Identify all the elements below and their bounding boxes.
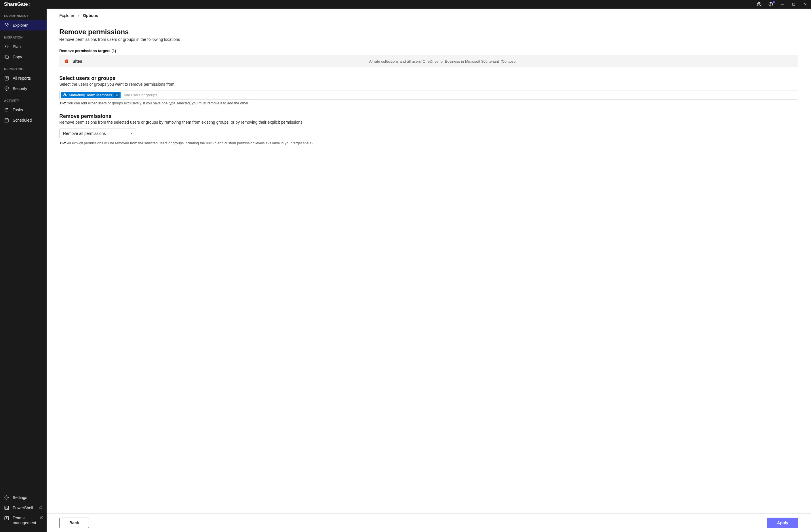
svg-point-10 bbox=[6, 26, 7, 27]
notification-dot bbox=[773, 1, 775, 3]
breadcrumb: Explorer Options bbox=[47, 9, 811, 22]
breadcrumb-current: Options bbox=[83, 13, 98, 18]
svg-point-24 bbox=[5, 111, 5, 112]
plan-icon bbox=[4, 44, 9, 49]
page-subtitle: Remove permissions from users or groups … bbox=[59, 37, 798, 42]
chevron-right-icon bbox=[77, 14, 80, 17]
targets-label: Remove permissions targets (1) bbox=[59, 49, 798, 53]
chip-label: Marketing Team Members bbox=[69, 93, 112, 97]
svg-point-3 bbox=[770, 5, 771, 5]
selected-group-chip: Marketing Team Members bbox=[61, 92, 121, 98]
sidebar-section-activity: ACTIVITY bbox=[0, 99, 47, 105]
sidebar-item-label: Scheduled bbox=[13, 118, 32, 123]
help-icon[interactable] bbox=[765, 0, 777, 9]
sidebar: ENVIRONMENT Explorer MIGRATION Plan Copy bbox=[0, 9, 47, 532]
minimize-button[interactable] bbox=[777, 0, 788, 9]
svg-rect-25 bbox=[5, 119, 8, 122]
group-icon bbox=[63, 93, 67, 97]
sidebar-item-all-reports[interactable]: All reports bbox=[0, 73, 47, 83]
sidebar-item-teams-management[interactable]: Teams management bbox=[0, 513, 47, 528]
svg-line-11 bbox=[6, 25, 6, 26]
reports-icon bbox=[4, 76, 9, 81]
sidebar-item-scheduled[interactable]: Scheduled bbox=[0, 115, 47, 125]
target-row: Sites All site collections and all users… bbox=[59, 55, 798, 67]
target-tenant: 'Contoso' bbox=[501, 59, 516, 64]
footer-bar: Back Apply bbox=[47, 513, 811, 532]
sidebar-item-label: Settings bbox=[13, 495, 27, 500]
shield-icon bbox=[4, 86, 9, 91]
tip-label: TIP: bbox=[59, 141, 66, 145]
chevron-down-icon bbox=[130, 131, 133, 136]
office-icon bbox=[64, 59, 69, 64]
sidebar-item-plan[interactable]: Plan bbox=[0, 42, 47, 52]
breadcrumb-parent[interactable]: Explorer bbox=[59, 13, 74, 18]
svg-point-33 bbox=[64, 93, 65, 95]
sidebar-item-label: Plan bbox=[13, 44, 21, 49]
svg-point-23 bbox=[5, 110, 5, 110]
close-button[interactable] bbox=[799, 0, 811, 9]
select-users-desc: Select the users or groups you want to r… bbox=[59, 82, 798, 87]
remove-perms-tip: TIP: All explicit permissions will be re… bbox=[59, 141, 798, 145]
sidebar-item-label: PowerShell bbox=[13, 505, 33, 510]
svg-point-34 bbox=[65, 94, 66, 95]
apply-button[interactable]: Apply bbox=[767, 518, 798, 528]
main-panel: Explorer Options Remove permissions Remo… bbox=[47, 9, 811, 532]
svg-rect-5 bbox=[793, 3, 795, 5]
teams-icon bbox=[4, 516, 9, 521]
svg-line-12 bbox=[7, 25, 7, 26]
tip-text: All explicit permissions will be removed… bbox=[67, 141, 313, 145]
sidebar-item-label: Tasks bbox=[13, 108, 23, 112]
svg-rect-15 bbox=[6, 56, 8, 59]
remove-mode-select[interactable]: Remove all permissions bbox=[59, 128, 137, 138]
gear-icon bbox=[4, 495, 9, 500]
users-groups-input[interactable]: Marketing Team Members bbox=[59, 91, 798, 99]
logo-colon: : bbox=[28, 1, 29, 7]
back-button[interactable]: Back bbox=[59, 518, 89, 528]
sidebar-item-tasks[interactable]: Tasks bbox=[0, 105, 47, 115]
select-value: Remove all permissions bbox=[63, 131, 106, 136]
target-description: All site collections and all users' OneD… bbox=[369, 59, 794, 64]
sidebar-item-security[interactable]: Security bbox=[0, 83, 47, 94]
external-link-icon bbox=[39, 505, 43, 510]
sidebar-item-powershell[interactable]: PowerShell bbox=[0, 503, 47, 513]
remove-perms-title: Remove permissions bbox=[59, 113, 798, 119]
sidebar-item-label: Teams management bbox=[13, 516, 36, 526]
sidebar-section-migration: MIGRATION bbox=[0, 36, 47, 42]
app-logo: ShareGate: bbox=[4, 1, 29, 7]
tasks-icon bbox=[4, 107, 9, 112]
svg-rect-30 bbox=[5, 506, 9, 510]
chip-remove-button[interactable] bbox=[114, 93, 119, 97]
users-tip: TIP: You can add either users or groups … bbox=[59, 101, 798, 105]
copy-icon bbox=[4, 54, 9, 60]
targets-count: 1 bbox=[113, 49, 115, 53]
sidebar-item-label: Copy bbox=[13, 54, 22, 59]
explorer-icon bbox=[4, 23, 9, 28]
account-icon[interactable] bbox=[753, 0, 765, 9]
sidebar-item-explorer[interactable]: Explorer bbox=[0, 20, 47, 30]
titlebar: ShareGate: bbox=[0, 0, 811, 9]
target-name: Sites bbox=[73, 59, 82, 64]
sidebar-item-settings[interactable]: Settings bbox=[0, 492, 47, 503]
sidebar-section-reporting: REPORTING bbox=[0, 67, 47, 73]
svg-point-29 bbox=[6, 497, 7, 498]
add-users-input[interactable] bbox=[122, 92, 797, 98]
page-title: Remove permissions bbox=[59, 28, 798, 36]
sidebar-item-label: Security bbox=[13, 86, 27, 91]
targets-label-text: Remove permissions targets bbox=[59, 49, 110, 53]
sidebar-section-environment: ENVIRONMENT bbox=[0, 14, 47, 20]
app-name: ShareGate bbox=[4, 1, 28, 7]
sidebar-item-label: All reports bbox=[13, 76, 31, 80]
calendar-icon bbox=[4, 118, 9, 123]
tip-text: You can add either users or groups exclu… bbox=[67, 101, 249, 105]
sidebar-item-copy[interactable]: Copy bbox=[0, 52, 47, 62]
external-link-icon bbox=[40, 516, 43, 520]
content-area: Remove permissions Remove permissions fr… bbox=[47, 22, 811, 513]
svg-point-1 bbox=[759, 3, 760, 4]
tip-label: TIP: bbox=[59, 101, 66, 105]
remove-perms-desc: Remove permissions from the selected use… bbox=[59, 120, 798, 125]
maximize-button[interactable] bbox=[788, 0, 799, 9]
select-users-title: Select users or groups bbox=[59, 75, 798, 81]
terminal-icon bbox=[4, 505, 9, 511]
sidebar-item-label: Explorer bbox=[13, 23, 28, 28]
